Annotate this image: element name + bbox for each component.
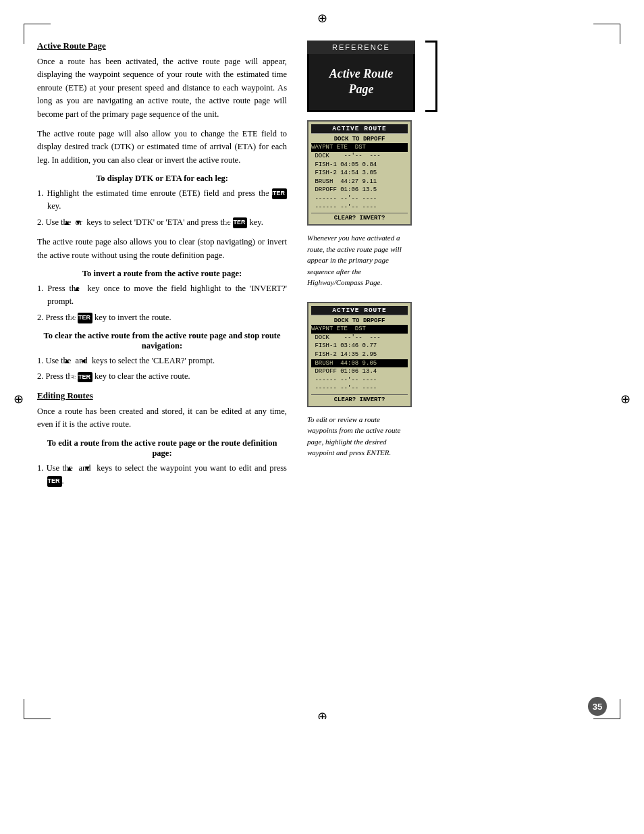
list4-item1: 1. Use the ▲ and ▼ keys to select the wa… [37, 462, 287, 488]
enter-key-5: ENTER [47, 476, 62, 487]
section1-para1: Once a route has been activated, the act… [37, 55, 287, 121]
list3: 1. Use the ▲ and ◄ keys to select the 'C… [37, 355, 287, 384]
screen2-row5: DRPOFF 01:06 13.4 [311, 367, 408, 376]
screen1-title: ACTIVE ROUTE [311, 124, 408, 134]
bottom-white-area [0, 719, 644, 834]
screen2-title: ACTIVE ROUTE [311, 306, 408, 315]
corner-decoration-tr-v [620, 24, 620, 44]
screen2-row7: ------ --'-- ---- [311, 384, 408, 393]
screen1-row5: DRPOFF 01:06 13.5 [311, 186, 408, 194]
caption2: To edit or review a route waypoints from… [307, 414, 412, 459]
section1-para3: The active route page also allows you to… [37, 236, 287, 262]
title-line1: Active Route [329, 67, 393, 80]
corner-decoration-bl-v [24, 699, 24, 719]
corner-decoration-tl-v [24, 24, 24, 44]
subhead2: To invert a route from the active route … [37, 269, 287, 279]
corner-decoration-tl [24, 24, 51, 24]
corner-decoration-br-v [620, 699, 620, 719]
enter-key-2: ENTER [233, 217, 248, 228]
list1: 1. Highlight the estimated time enroute … [37, 187, 287, 229]
screen1-row3: FISH-2 14:54 3.05 [311, 169, 408, 178]
section1-heading: Active Route Page [37, 41, 287, 51]
caption1: Whenever you have activated a route, the… [307, 232, 412, 288]
subhead3: To clear the active route from the activ… [37, 331, 287, 351]
list3-item2: 2. Press the ENTER key to clear the acti… [37, 370, 287, 383]
list1-item2: 2. Use the ▲ or ▼ keys to select 'DTK' o… [37, 216, 287, 229]
screen2-row6: ------ --'-- ---- [311, 376, 408, 385]
screen2-row3: FISH-2 14:35 2.95 [311, 350, 408, 359]
crosshair-left: ⊕ [14, 392, 24, 407]
screen1-footer: CLEAR? INVERT? [311, 213, 408, 221]
list3-item1: 1. Use the ▲ and ◄ keys to select the 'C… [37, 355, 287, 367]
list2-item2: 2. Press the ENTER key to invert the rou… [37, 311, 287, 324]
enter-key-4: ENTER [78, 372, 92, 383]
enter-key-1: ENTER [272, 188, 287, 199]
screen1-row6: ------ --'-- ---- [311, 194, 408, 203]
crosshair-top: ⊕ [317, 11, 327, 26]
section2-para1: Once a route has been created and stored… [37, 405, 287, 432]
screen2-row4-highlight: BRUSH 44:08 9.05 [311, 359, 408, 368]
subhead1: To display DTK or ETA for each leg: [37, 174, 287, 184]
screen1-header: WAYPNT ETE DST [311, 143, 408, 152]
list4: 1. Use the ▲ and ▼ keys to select the wa… [37, 462, 287, 488]
left-column: Active Route Page Once a route has been … [37, 41, 300, 699]
corner-decoration-tr [593, 24, 620, 24]
title-block: REFERENCE Active Route Page [307, 41, 425, 112]
gps-screen-1: ACTIVE ROUTE DOCK TO DRPOFF WAYPNT ETE D… [307, 120, 412, 226]
screen1-row4: BRUSH 44:27 9.11 [311, 178, 408, 186]
list1-item1: 1. Highlight the estimated time enroute … [37, 187, 287, 213]
page-number: 35 [588, 697, 607, 716]
section2-heading: Editing Routes [37, 390, 287, 401]
title-tab [425, 41, 437, 112]
screen2-row2: FISH-1 03:46 0.77 [311, 342, 408, 350]
list2-item1: 1. Press the ▲ key once to move the fiel… [37, 282, 287, 309]
screen2-row1: DOCK --'-- --- [311, 334, 408, 342]
screen2-footer: CLEAR? INVERT? [311, 394, 408, 403]
list2: 1. Press the ▲ key once to move the fiel… [37, 282, 287, 324]
gps-screen-2: ACTIVE ROUTE DOCK TO DRPOFF WAYPNT ETE D… [307, 302, 412, 407]
reference-banner: REFERENCE [307, 41, 415, 54]
crosshair-right: ⊕ [620, 392, 630, 407]
subhead4: To edit a route from the active route pa… [37, 438, 287, 459]
screen1-row1: DOCK --'-- --- [311, 152, 408, 161]
title-box: Active Route Page [307, 54, 415, 112]
screen1-row7: ------ --'-- ---- [311, 203, 408, 212]
right-col-inner: REFERENCE Active Route Page ACTIVE ROUTE… [307, 41, 425, 464]
section1-para2: The active route page will also allow yo… [37, 128, 287, 167]
enter-key-3: ENTER [78, 313, 92, 323]
screen1-subtitle: DOCK TO DRPOFF [311, 135, 408, 144]
screen2-subtitle: DOCK TO DRPOFF [311, 317, 408, 325]
right-column: REFERENCE Active Route Page ACTIVE ROUTE… [300, 41, 607, 699]
title-line2: Page [349, 82, 374, 96]
screen1-row2: FISH-1 04:05 0.84 [311, 161, 408, 170]
screen2-header: WAYPNT ETE DST [311, 325, 408, 334]
